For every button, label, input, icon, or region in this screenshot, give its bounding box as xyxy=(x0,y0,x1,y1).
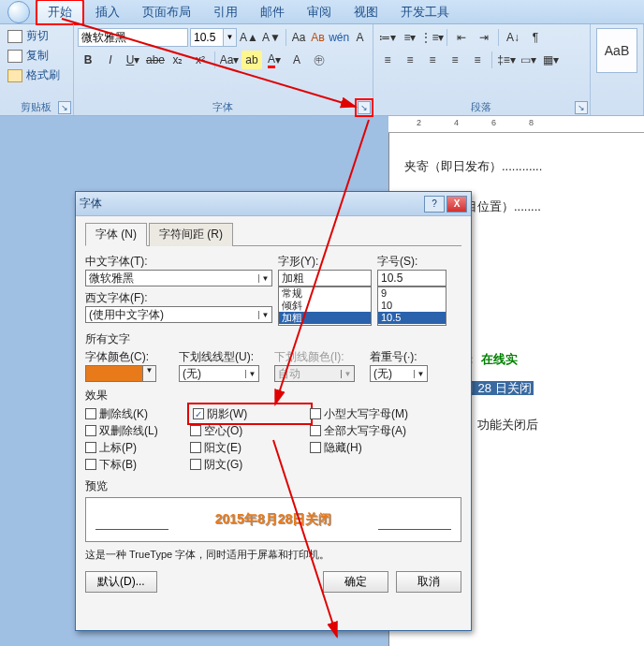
ribbon-tabs: 开始 插入 页面布局 引用 邮件 审阅 视图 开发工具 xyxy=(0,0,644,24)
tab-ref[interactable]: 引用 xyxy=(202,0,249,24)
doc-greet-green: 在线实 xyxy=(481,352,518,366)
chk-hidden[interactable]: 隐藏(H) xyxy=(310,439,408,456)
size-option-selected[interactable]: 10.5 xyxy=(378,312,446,324)
font-size-input[interactable] xyxy=(191,31,223,44)
chevron-down-icon[interactable]: ▼ xyxy=(142,366,155,381)
change-case-button[interactable]: Aa xyxy=(290,28,308,47)
tab-home[interactable]: 开始 xyxy=(36,0,84,25)
line-spacing-button[interactable]: ‡≡▾ xyxy=(496,51,517,69)
align-right-button[interactable]: ≡ xyxy=(422,51,443,69)
size-input[interactable]: 10.5 xyxy=(377,270,446,286)
dialog-help-button[interactable]: ? xyxy=(424,196,445,213)
tab-dev[interactable]: 开发工具 xyxy=(389,0,461,24)
size-listbox[interactable]: 9 10 10.5 xyxy=(377,286,446,326)
dialog-titlebar[interactable]: 字体 ? X xyxy=(76,192,471,216)
size-option[interactable]: 10 xyxy=(378,300,446,312)
align-center-button[interactable]: ≡ xyxy=(400,51,420,69)
char-shading-button[interactable]: A xyxy=(286,51,307,69)
preview-box: 2015年8月28日关闭 xyxy=(85,497,461,542)
dialog-close-button[interactable]: X xyxy=(446,196,467,213)
bold-button[interactable]: B xyxy=(78,51,98,69)
group-font: ▼ ▼ A▲ A▼ Aa Aʙ wén A B I U▾ abe x₂ x² A… xyxy=(74,24,373,115)
font-color-combo[interactable]: ▼ xyxy=(85,365,156,382)
chk-sub[interactable]: 下标(B) xyxy=(85,456,190,473)
cut-button[interactable]: 剪切 xyxy=(4,26,69,46)
chevron-down-icon[interactable]: ▼ xyxy=(258,274,271,283)
number-list-button[interactable]: ≡▾ xyxy=(400,28,420,47)
italic-button[interactable]: I xyxy=(100,51,121,69)
grow-font-button[interactable]: A▲ xyxy=(239,28,259,47)
dialog-tab-font[interactable]: 字体 (N) xyxy=(85,223,147,246)
alltext-label: 所有文字 xyxy=(85,331,461,347)
enclose-char-button[interactable]: ㊥ xyxy=(309,51,329,69)
phonetic-button[interactable]: wén xyxy=(329,28,349,47)
show-marks-button[interactable]: ¶ xyxy=(525,28,546,47)
tab-mail[interactable]: 邮件 xyxy=(249,0,296,24)
chk-super[interactable]: 上标(P) xyxy=(85,439,190,456)
paragraph-launcher[interactable]: ↘ xyxy=(575,101,588,114)
align-distribute-button[interactable]: ≡ xyxy=(467,51,488,69)
west-font-label: 西文字体(F): xyxy=(85,290,272,306)
subscript-button[interactable]: x₂ xyxy=(168,51,188,69)
clear-format-button[interactable]: Aʙ xyxy=(309,28,327,47)
chk-emboss[interactable]: 阳文(E) xyxy=(190,439,310,456)
west-font-combo[interactable]: (使用中文字体)▼ xyxy=(85,306,272,323)
superscript-button[interactable]: x² xyxy=(190,51,211,69)
align-left-button[interactable]: ≡ xyxy=(377,51,398,69)
style-option[interactable]: 常规 xyxy=(279,287,371,300)
chk-shadow[interactable]: ✓阴影(W) xyxy=(190,405,310,422)
dialog-tab-spacing[interactable]: 字符间距 (R) xyxy=(149,223,233,246)
color-label: 字体颜色(C): xyxy=(85,349,156,365)
office-button[interactable] xyxy=(7,1,30,23)
shading-button[interactable]: ▭▾ xyxy=(519,51,539,69)
chevron-down-icon[interactable]: ▼ xyxy=(414,370,427,378)
copy-button[interactable]: 复制 xyxy=(4,46,69,66)
cn-font-combo[interactable]: 微软雅黑▼ xyxy=(85,270,272,286)
text-effect-button[interactable]: Aa▾ xyxy=(219,51,240,69)
underline-style-combo[interactable]: (无)▼ xyxy=(179,365,259,382)
multilevel-list-button[interactable]: ⋮≡▾ xyxy=(422,28,443,47)
format-painter-button[interactable]: 格式刷 xyxy=(4,66,69,85)
style-option[interactable]: 倾斜 xyxy=(279,300,371,312)
style-option-selected[interactable]: 加粗 xyxy=(279,312,371,324)
bullet-list-button[interactable]: ≔▾ xyxy=(377,28,398,47)
strike-button[interactable]: abe xyxy=(145,51,166,69)
highlight-button[interactable]: ab xyxy=(242,51,262,69)
tab-review[interactable]: 审阅 xyxy=(296,0,343,24)
sort-button[interactable]: A↓ xyxy=(503,28,523,47)
style-listbox[interactable]: 常规 倾斜 加粗 xyxy=(278,286,372,326)
indent-inc-button[interactable]: ⇥ xyxy=(474,28,494,47)
chk-strike[interactable]: 删除线(K) xyxy=(85,405,190,422)
tab-layout[interactable]: 页面布局 xyxy=(131,0,202,24)
font-size-dropdown-icon[interactable]: ▼ xyxy=(223,29,236,46)
style-input[interactable]: 加粗 xyxy=(278,270,372,286)
align-justify-button[interactable]: ≡ xyxy=(445,51,465,69)
clipboard-launcher[interactable]: ↘ xyxy=(58,101,71,114)
underline-button[interactable]: U▾ xyxy=(123,51,143,69)
style-item[interactable]: AaB xyxy=(596,28,637,73)
ruler-tick-4: 4 xyxy=(454,118,459,127)
paragraph-group-label: 段落 xyxy=(373,100,590,114)
chevron-down-icon[interactable]: ▼ xyxy=(258,311,271,319)
cancel-button[interactable]: 取消 xyxy=(396,571,461,593)
font-name-combo[interactable]: ▼ xyxy=(78,28,188,47)
ok-button[interactable]: 确定 xyxy=(323,571,388,593)
tab-insert[interactable]: 插入 xyxy=(84,0,131,24)
size-option[interactable]: 9 xyxy=(378,287,446,300)
chevron-down-icon[interactable]: ▼ xyxy=(245,370,258,378)
indent-dec-button[interactable]: ⇤ xyxy=(451,28,472,47)
chk-allcaps[interactable]: 全部大写字母(A) xyxy=(310,422,408,439)
font-launcher[interactable]: ↘ xyxy=(358,101,371,114)
chk-smallcaps[interactable]: 小型大写字母(M) xyxy=(310,405,408,422)
chk-outline[interactable]: 空心(O) xyxy=(190,422,310,439)
tab-view[interactable]: 视图 xyxy=(343,0,389,24)
emphasis-combo[interactable]: (无)▼ xyxy=(370,365,428,382)
borders-button[interactable]: ▦▾ xyxy=(541,51,562,69)
font-size-combo[interactable]: ▼ xyxy=(190,28,237,47)
chk-dstrike[interactable]: 双删除线(L) xyxy=(85,422,190,439)
default-button[interactable]: 默认(D)... xyxy=(85,571,157,593)
shrink-font-button[interactable]: A▼ xyxy=(261,28,282,47)
char-border-button[interactable]: A xyxy=(351,28,369,47)
chk-engrave[interactable]: 阴文(G) xyxy=(190,456,310,473)
font-color-button[interactable]: A▾ xyxy=(264,51,285,69)
